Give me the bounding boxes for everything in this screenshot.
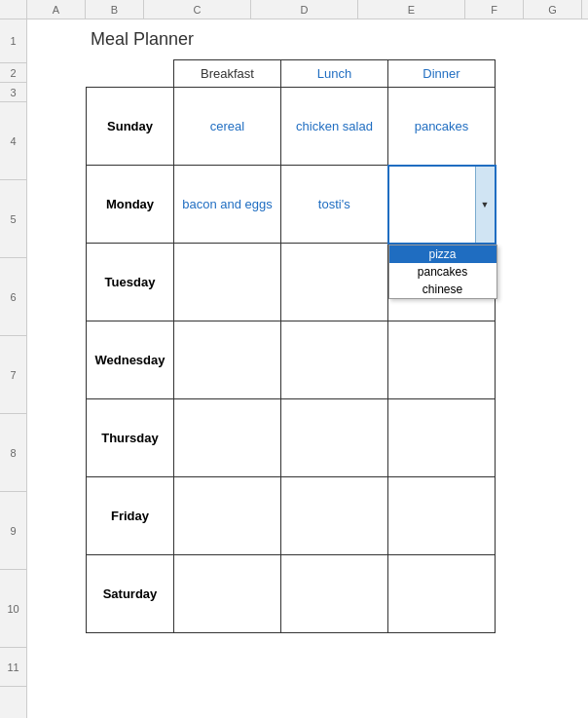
- col-header-e: E: [358, 0, 465, 19]
- content-area: Meal Planner Breakfast Lunch Dinner: [27, 19, 588, 718]
- meal-table: Breakfast Lunch Dinner Sunday cereal chi…: [86, 59, 496, 633]
- col-header-b: B: [86, 0, 144, 19]
- day-label-tuesday: Tuesday: [87, 244, 174, 321]
- header-lunch: Lunch: [281, 60, 388, 88]
- friday-lunch[interactable]: [281, 477, 388, 555]
- row-num-4: 4: [0, 102, 26, 180]
- main-area: A B C D E F G Meal Planner Breakfast Lun…: [27, 0, 588, 718]
- day-label-friday: Friday: [87, 477, 174, 555]
- header-dinner: Dinner: [388, 60, 496, 88]
- friday-dinner[interactable]: [388, 477, 496, 555]
- sunday-dinner[interactable]: pancakes: [388, 88, 496, 166]
- wednesday-dinner[interactable]: [388, 321, 496, 399]
- row-num-2: 2: [0, 63, 26, 83]
- wednesday-lunch[interactable]: [281, 321, 388, 399]
- table-row: Thursday: [87, 399, 496, 477]
- row-num-5: 5: [0, 180, 26, 258]
- saturday-dinner[interactable]: [388, 555, 496, 633]
- row-num-8: 8: [0, 414, 26, 492]
- table-row: Friday: [87, 477, 496, 555]
- tuesday-breakfast[interactable]: [174, 244, 281, 321]
- row-num-9: 9: [0, 492, 26, 570]
- dropdown-option-chinese[interactable]: chinese: [389, 281, 496, 298]
- friday-breakfast[interactable]: [174, 477, 281, 555]
- sunday-lunch[interactable]: chicken salad: [281, 88, 388, 166]
- col-header-c: C: [144, 0, 251, 19]
- col-header-d: D: [251, 0, 358, 19]
- col-header-a: A: [27, 0, 86, 19]
- col-headers: A B C D E F G: [27, 0, 588, 19]
- thursday-lunch[interactable]: [281, 399, 388, 477]
- row-num-10: 10: [0, 570, 26, 648]
- day-label-wednesday: Wednesday: [87, 321, 174, 399]
- row-num-7: 7: [0, 336, 26, 414]
- day-label-sunday: Sunday: [87, 88, 174, 166]
- row-num-6: 6: [0, 258, 26, 336]
- table-row: Sunday cereal chicken salad pancakes: [87, 88, 496, 166]
- sunday-breakfast[interactable]: cereal: [174, 88, 281, 166]
- dropdown-option-pizza[interactable]: pizza: [389, 246, 496, 263]
- table-row: Monday bacon and eggs tosti's pizza panc…: [87, 166, 496, 244]
- header-day-col: [87, 60, 174, 88]
- saturday-breakfast[interactable]: [174, 555, 281, 633]
- tuesday-lunch[interactable]: [281, 244, 388, 321]
- day-label-thursday: Thursday: [87, 399, 174, 477]
- wednesday-breakfast[interactable]: [174, 321, 281, 399]
- header-breakfast: Breakfast: [174, 60, 281, 88]
- row-num-3: 3: [0, 83, 26, 102]
- col-header-g: G: [524, 0, 582, 19]
- dropdown-toggle-button[interactable]: [475, 167, 495, 243]
- table-row: Saturday: [87, 555, 496, 633]
- dropdown-list[interactable]: pizza pancakes chinese: [388, 245, 497, 299]
- col-header-f: F: [465, 0, 524, 19]
- monday-breakfast[interactable]: bacon and eggs: [174, 166, 281, 244]
- monday-lunch[interactable]: tosti's: [281, 166, 388, 244]
- row-numbers: 1 2 3 4 5 6 7 8 9 10 11: [0, 0, 27, 718]
- table-row: Wednesday: [87, 321, 496, 399]
- day-label-monday: Monday: [87, 166, 174, 244]
- day-label-saturday: Saturday: [87, 555, 174, 633]
- page-title: Meal Planner: [91, 29, 588, 50]
- row-num-11: 11: [0, 648, 26, 687]
- monday-dinner-dropdown-cell[interactable]: pizza pancakes chinese: [388, 166, 496, 244]
- corner-cell: [0, 0, 26, 19]
- thursday-breakfast[interactable]: [174, 399, 281, 477]
- thursday-dinner[interactable]: [388, 399, 496, 477]
- row-num-1: 1: [0, 19, 26, 63]
- dropdown-option-pancakes[interactable]: pancakes: [389, 263, 496, 281]
- saturday-lunch[interactable]: [281, 555, 388, 633]
- planner-area: Meal Planner Breakfast Lunch Dinner: [27, 19, 588, 633]
